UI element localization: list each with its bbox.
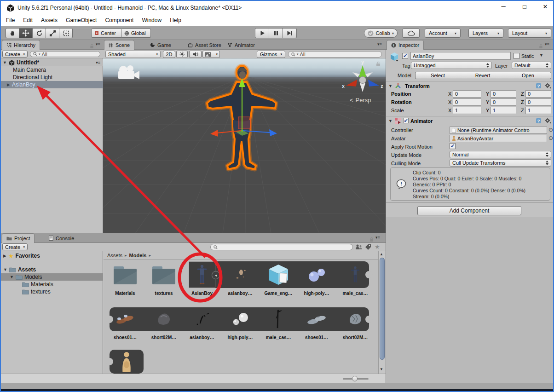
asset-item-textures-folder[interactable]	[148, 262, 179, 288]
scene-viewport[interactable]: y x z <Persp	[103, 58, 386, 233]
foldout-closed-icon[interactable]: ▶	[7, 82, 10, 87]
2d-toggle-button[interactable]: 2D	[163, 51, 175, 58]
static-checkbox[interactable]	[514, 53, 519, 59]
tab-scene[interactable]: Scene	[104, 40, 134, 50]
active-checkbox[interactable]: ✔	[402, 53, 408, 59]
breadcrumb-assets[interactable]: Assets	[107, 253, 122, 258]
tab-inspector[interactable]: i Inspector	[387, 40, 424, 50]
tab-asset-store[interactable]: Asset Store	[185, 40, 224, 50]
tab-animator[interactable]: Animator	[225, 40, 258, 50]
scroll-down-arrow[interactable]: ▼	[380, 367, 383, 371]
space-toggle-button[interactable]: Global	[121, 29, 151, 38]
tab-hierarchy[interactable]: Hierarchy	[2, 40, 40, 50]
tab-project[interactable]: Project	[2, 233, 35, 243]
model-revert-button[interactable]: Revert	[460, 72, 506, 79]
favorites-filter-star-icon[interactable]: ★	[375, 243, 380, 250]
menu-edit[interactable]: Edit	[19, 16, 37, 25]
model-open-button[interactable]: Open	[505, 72, 551, 79]
position-x-field[interactable]: 0	[453, 90, 481, 98]
layers-dropdown[interactable]: Layers ▾	[468, 29, 503, 38]
menu-assets[interactable]: Assets	[37, 16, 62, 25]
foldout-open-icon[interactable]: ▼	[388, 119, 392, 123]
asset-item-asianboy-scribble[interactable]	[186, 308, 218, 330]
asset-item-short02m[interactable]	[148, 308, 179, 330]
help-icon[interactable]: ?	[536, 82, 542, 91]
rotation-z-field[interactable]: 0	[525, 98, 551, 106]
project-search-input[interactable]	[210, 244, 353, 250]
object-picker-icon[interactable]: ⊙	[548, 127, 553, 133]
tag-dropdown[interactable]: Untagged	[411, 62, 492, 69]
tree-materials[interactable]: Materials	[1, 281, 103, 288]
asset-item-game-engine[interactable]	[263, 261, 294, 288]
tree-textures[interactable]: textures	[1, 288, 103, 295]
collab-button[interactable]: Collab ▾	[364, 29, 398, 38]
play-button[interactable]	[255, 28, 269, 38]
asset-item-shoes01b[interactable]	[301, 308, 332, 330]
static-dropdown-icon[interactable]: ▼	[539, 53, 543, 58]
scene-search-input[interactable]: ▾ All	[288, 51, 382, 58]
foldout-open-icon[interactable]: ▼	[3, 267, 7, 272]
pause-button[interactable]	[269, 28, 283, 38]
rect-tool-button[interactable]	[59, 28, 73, 38]
panel-menu-icon[interactable]: ▾≡	[96, 42, 100, 46]
panel-menu-icon[interactable]: ▾≡	[545, 42, 549, 46]
asset-item-shoes01[interactable]	[110, 308, 141, 330]
scale-z-field[interactable]: 1	[525, 107, 551, 114]
foldout-closed-icon[interactable]: ▶	[3, 254, 6, 258]
position-y-field[interactable]: 0	[491, 90, 516, 98]
apply-root-motion-checkbox[interactable]: ✔	[450, 143, 456, 149]
draw-mode-dropdown[interactable]: Shaded▾	[105, 51, 161, 58]
menu-file[interactable]: File	[2, 16, 19, 25]
gear-icon[interactable]	[545, 117, 551, 126]
rotation-y-field[interactable]: 0	[491, 98, 516, 106]
tree-favorites[interactable]: ▶ ★ Favorites	[1, 252, 103, 259]
update-mode-dropdown[interactable]: Normal	[450, 151, 551, 158]
persp-label[interactable]: <Persp	[350, 97, 371, 104]
rotation-x-field[interactable]: 0	[453, 98, 481, 106]
scene-menu-icon[interactable]: ▾≡	[96, 60, 100, 65]
tree-models[interactable]: ▼ Models	[1, 273, 103, 281]
hierarchy-create-button[interactable]: Create▾	[2, 51, 28, 58]
hierarchy-item-directional-light[interactable]: Directional Light	[1, 74, 103, 81]
move-tool-button[interactable]	[19, 28, 33, 38]
animator-enabled-checkbox[interactable]: ✔	[403, 118, 409, 123]
scroll-up-arrow[interactable]: ▲	[380, 252, 383, 256]
lock-icon[interactable]	[538, 42, 543, 51]
hierarchy-item-asianboy[interactable]: ▶ AsianBoy	[1, 81, 103, 88]
collapse-subassets-button[interactable]: ◂	[212, 271, 220, 279]
asset-item-male-casual2[interactable]	[263, 308, 294, 330]
slider-knob[interactable]	[352, 376, 358, 381]
layer-dropdown[interactable]: Default	[512, 62, 551, 69]
asset-item-asianboy-mesh[interactable]	[225, 262, 256, 288]
layout-dropdown[interactable]: Layout ▾	[508, 29, 551, 38]
pivot-toggle-button[interactable]: Center	[91, 29, 121, 38]
gear-icon[interactable]	[545, 82, 551, 91]
culling-mode-dropdown[interactable]: Cull Update Transforms	[450, 159, 551, 167]
maximize-button[interactable]: □	[515, 3, 534, 13]
tab-game[interactable]: Game	[147, 40, 174, 50]
avatar-object-field[interactable]: AsianBoyAvatar	[450, 135, 547, 142]
panel-menu-icon[interactable]: ▾≡	[377, 42, 382, 46]
scale-tool-button[interactable]	[46, 28, 59, 38]
breadcrumb-models[interactable]: Models	[129, 253, 147, 258]
project-create-button[interactable]: Create▾	[2, 243, 28, 250]
help-icon[interactable]: ?	[536, 117, 542, 126]
lighting-toggle-button[interactable]	[176, 51, 188, 58]
menu-window[interactable]: Window	[138, 16, 166, 25]
position-z-field[interactable]: 0	[525, 90, 551, 98]
add-component-button[interactable]: Add Component	[417, 206, 521, 215]
minimize-button[interactable]: ─	[494, 3, 513, 13]
scrollbar-thumb[interactable]	[380, 258, 385, 360]
model-select-button[interactable]: Select	[415, 72, 461, 79]
asset-item-male-casual[interactable]	[340, 262, 371, 288]
account-dropdown[interactable]: Account ▾	[425, 29, 461, 38]
object-picker-icon[interactable]: ⊙	[548, 135, 553, 141]
close-button[interactable]: ✕	[536, 3, 554, 13]
rotate-tool-button[interactable]	[32, 28, 46, 38]
foldout-open-icon[interactable]: ▼	[10, 275, 14, 279]
scale-y-field[interactable]: 1	[491, 107, 516, 114]
hierarchy-search-input[interactable]: ▾ All	[30, 51, 100, 57]
hierarchy-scene-row[interactable]: ▼ Untitled* ▾≡	[1, 59, 103, 66]
pan-tool-button[interactable]	[6, 28, 19, 38]
effects-dropdown[interactable]: ▾	[202, 51, 220, 58]
